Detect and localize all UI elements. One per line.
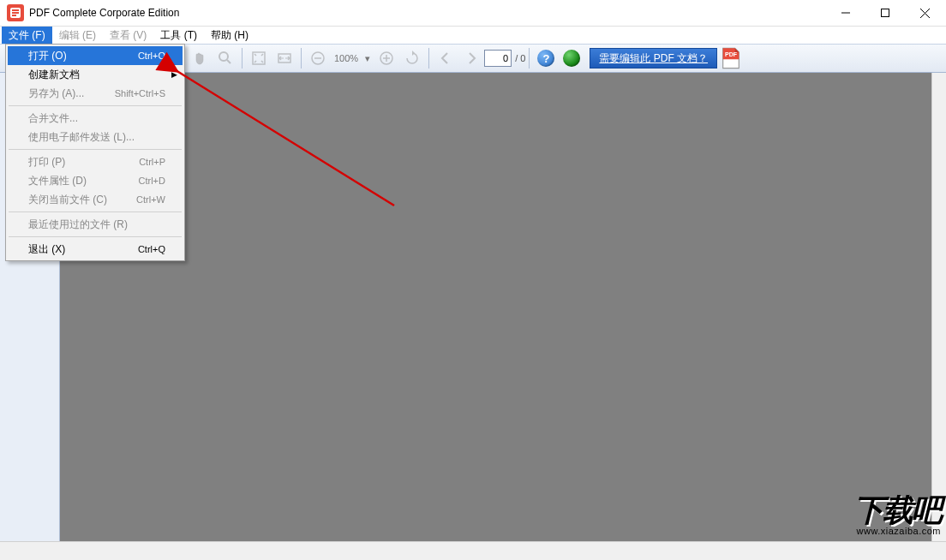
menu-edit[interactable]: 编辑 (E) <box>52 27 103 45</box>
zoom-in-icon[interactable] <box>374 46 398 70</box>
title-bar: PDF Complete Corporate Edition <box>0 0 946 27</box>
menu-help[interactable]: 帮助 (H) <box>204 27 255 45</box>
menu-separator <box>9 211 182 212</box>
vertical-scrollbar[interactable] <box>931 73 946 541</box>
fit-width-icon[interactable] <box>272 46 296 70</box>
window-controls <box>826 0 944 26</box>
zoom-out-icon[interactable] <box>306 46 330 70</box>
help-icon[interactable]: ? <box>534 46 558 70</box>
menu-item-new-document[interactable]: 创建新文档 ▶ <box>8 65 183 84</box>
menu-item-email[interactable]: 使用电子邮件发送 (L)... <box>8 128 183 146</box>
submenu-arrow-icon: ▶ <box>171 70 177 79</box>
menu-item-close-file[interactable]: 关闭当前文件 (C) Ctrl+W <box>8 190 183 209</box>
menu-bar: 文件 (F) 编辑 (E) 查看 (V) 工具 (T) 帮助 (H) <box>0 27 946 44</box>
rotate-icon[interactable] <box>400 46 424 70</box>
prev-page-icon[interactable] <box>434 46 458 70</box>
menu-item-save-as[interactable]: 另存为 (A)... Shift+Ctrl+S <box>8 84 183 103</box>
app-icon <box>7 4 24 21</box>
status-bar <box>0 541 946 560</box>
svg-line-9 <box>227 60 231 63</box>
file-dropdown-menu: 打开 (O) Ctrl+O 创建新文档 ▶ 另存为 (A)... Shift+C… <box>5 44 185 261</box>
web-icon[interactable] <box>560 46 584 70</box>
svg-rect-3 <box>12 15 16 16</box>
magnify-tool-icon[interactable] <box>213 46 237 70</box>
menu-tools[interactable]: 工具 (T) <box>153 27 204 45</box>
page-number-input[interactable] <box>484 50 512 67</box>
next-page-icon[interactable] <box>459 46 483 70</box>
hand-tool-icon[interactable] <box>188 46 212 70</box>
menu-item-open[interactable]: 打开 (O) Ctrl+O <box>8 46 183 65</box>
svg-rect-5 <box>882 9 889 17</box>
close-button[interactable] <box>905 0 944 26</box>
menu-view[interactable]: 查看 (V) <box>103 27 153 45</box>
page-total: / 0 <box>515 53 525 63</box>
svg-rect-1 <box>12 9 19 11</box>
document-viewport[interactable] <box>60 73 931 541</box>
fit-page-icon[interactable] <box>247 46 271 70</box>
menu-item-merge[interactable]: 合并文件... <box>8 109 183 128</box>
pdf-badge-icon: PDF <box>719 46 743 70</box>
zoom-dropdown-icon[interactable]: ▾ <box>365 53 370 64</box>
menu-item-properties[interactable]: 文件属性 (D) Ctrl+D <box>8 171 183 190</box>
menu-file[interactable]: 文件 (F) <box>2 27 52 45</box>
menu-item-exit[interactable]: 退出 (X) Ctrl+Q <box>8 240 183 259</box>
menu-separator <box>9 105 182 106</box>
zoom-level: 100% <box>334 53 358 63</box>
edit-pdf-banner[interactable]: 需要编辑此 PDF 文档？ <box>590 48 717 69</box>
svg-rect-2 <box>12 12 19 14</box>
window-title: PDF Complete Corporate Edition <box>29 7 826 19</box>
minimize-button[interactable] <box>826 0 865 26</box>
menu-item-recent[interactable]: 最近使用过的文件 (R) <box>8 215 183 234</box>
menu-item-print[interactable]: 打印 (P) Ctrl+P <box>8 152 183 171</box>
menu-separator <box>9 149 182 150</box>
menu-separator <box>9 236 182 237</box>
svg-point-8 <box>219 52 228 61</box>
maximize-button[interactable] <box>865 0 905 26</box>
